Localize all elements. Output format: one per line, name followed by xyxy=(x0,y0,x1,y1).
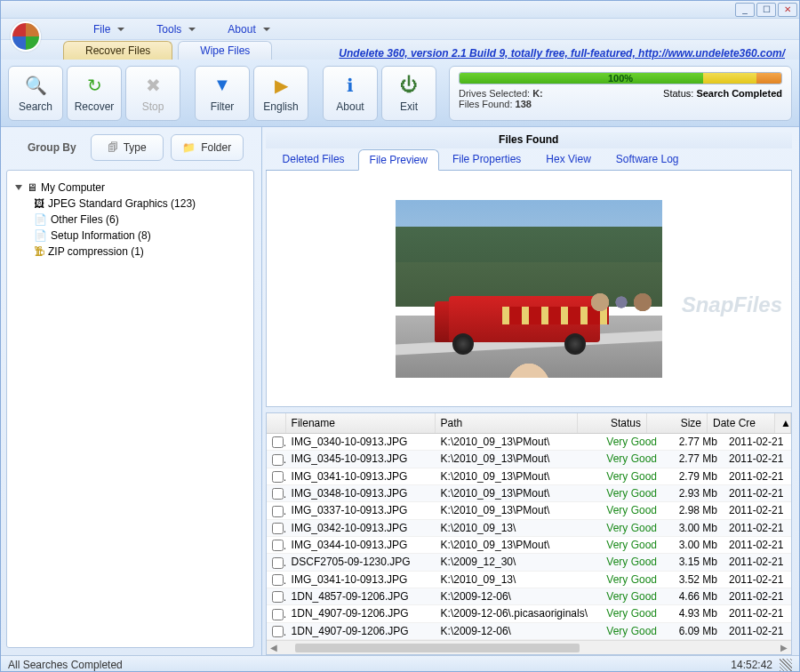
tree-item[interactable]: 🗜ZIP compression (1) xyxy=(34,244,244,260)
table-row[interactable]: IMG_0345-10-0913.JPGK:\2010_09_13\PMout\… xyxy=(267,451,791,468)
cell-size: 4.93 Mb xyxy=(663,605,724,621)
cell-filename: IMG_0348-10-0913.JPG xyxy=(286,485,436,501)
cell-status: Very Good xyxy=(594,451,663,467)
file-icon: 📄 xyxy=(34,213,47,226)
tree-root[interactable]: 🖥 My Computer xyxy=(16,180,244,196)
row-checkbox[interactable] xyxy=(272,454,284,466)
row-checkbox[interactable] xyxy=(272,591,284,603)
row-checkbox[interactable] xyxy=(272,626,284,637)
cell-date: 2011-02-21 xyxy=(724,451,791,467)
group-folder-button[interactable]: 📁 Folder xyxy=(171,134,244,161)
resize-grip[interactable] xyxy=(780,659,792,671)
menu-tools[interactable]: Tools xyxy=(148,20,197,38)
cell-path: K:\2009-12-06\ xyxy=(436,623,594,639)
cell-size: 3.00 Mb xyxy=(663,537,724,553)
table-row[interactable]: 1DN_4907-09-1206.JPGK:\2009-12-06\Very G… xyxy=(267,623,791,640)
minimize-button[interactable]: _ xyxy=(735,3,755,17)
preview-image xyxy=(396,200,662,378)
about-button[interactable]: ℹ About xyxy=(323,66,378,121)
row-checkbox[interactable] xyxy=(272,557,284,569)
status-text: Status: Search Completed xyxy=(663,88,782,109)
menu-file[interactable]: File xyxy=(84,20,126,38)
cell-path: K:\2010_09_13\PMout\ xyxy=(436,451,594,467)
cell-size: 2.79 Mb xyxy=(663,468,724,484)
col-date[interactable]: Date Cre xyxy=(708,413,775,433)
row-checkbox[interactable] xyxy=(272,574,284,586)
tab-wipe-files[interactable]: Wipe Files xyxy=(178,41,272,60)
row-checkbox[interactable] xyxy=(272,506,284,517)
content-tabs: Deleted Files File Preview File Properti… xyxy=(266,148,792,171)
group-by-label: Group By xyxy=(28,141,76,154)
row-checkbox[interactable] xyxy=(272,540,284,551)
cell-size: 3.15 Mb xyxy=(663,554,724,570)
cell-size: 2.77 Mb xyxy=(663,434,724,450)
stop-button: ✖ Stop xyxy=(125,66,180,121)
tree-item[interactable]: 🖼JPEG Standard Graphics (123) xyxy=(34,196,244,212)
computer-icon: 🖥 xyxy=(27,181,37,194)
cell-path: K:\2010_09_13\ xyxy=(436,520,594,536)
chevron-down-icon xyxy=(117,28,124,31)
row-checkbox[interactable] xyxy=(272,609,284,620)
row-checkbox[interactable] xyxy=(272,436,284,448)
col-path[interactable]: Path xyxy=(436,413,578,433)
cell-filename: IMG_0337-10-0913.JPG xyxy=(286,502,436,518)
search-icon: 🔍 xyxy=(24,74,47,97)
cell-filename: IMG_0340-10-0913.JPG xyxy=(286,434,436,450)
version-link[interactable]: Undelete 360, version 2.1 Build 9, total… xyxy=(339,47,785,60)
table-row[interactable]: IMG_0348-10-0913.JPGK:\2010_09_13\PMout\… xyxy=(267,485,791,502)
table-row[interactable]: DSCF2705-09-1230.JPGK:\2009_12_30\Very G… xyxy=(267,554,791,571)
tab-software-log[interactable]: Software Log xyxy=(604,148,691,170)
cell-filename: IMG_0341-10-0913.JPG xyxy=(286,468,436,484)
col-status[interactable]: Status xyxy=(578,413,647,433)
tab-file-properties[interactable]: File Properties xyxy=(441,148,532,170)
watermark: SnapFiles xyxy=(682,292,782,317)
col-filename[interactable]: Filename xyxy=(286,413,436,433)
search-button[interactable]: 🔍 Search xyxy=(8,66,63,121)
table-row[interactable]: IMG_0337-10-0913.JPGK:\2010_09_13\PMout\… xyxy=(267,502,791,519)
maximize-button[interactable]: ☐ xyxy=(756,3,776,17)
table-row[interactable]: 1DN_4857-09-1206.JPGK:\2009-12-06\Very G… xyxy=(267,588,791,605)
tab-hex-view[interactable]: Hex View xyxy=(534,148,602,170)
collapse-icon[interactable] xyxy=(15,185,22,190)
table-row[interactable]: 1DN_4907-09-1206.JPGK:\2009-12-06\.picas… xyxy=(267,605,791,622)
tree-item[interactable]: 📄Setup Information (8) xyxy=(34,228,244,244)
col-check[interactable] xyxy=(267,413,286,433)
cell-path: K:\2009-12-06\ xyxy=(436,588,594,604)
horizontal-scrollbar[interactable]: ◀▶ xyxy=(267,640,791,654)
grid-body[interactable]: IMG_0340-10-0913.JPGK:\2010_09_13\PMout\… xyxy=(267,434,791,640)
app-logo xyxy=(11,21,41,52)
cell-status: Very Good xyxy=(594,468,663,484)
close-button[interactable]: ✕ xyxy=(778,3,797,17)
tab-file-preview[interactable]: File Preview xyxy=(358,149,439,171)
group-type-button[interactable]: 🗐 Type xyxy=(91,134,164,161)
cell-size: 3.52 Mb xyxy=(663,572,724,588)
recover-button[interactable]: ↻ Recover xyxy=(67,66,122,121)
cell-filename: DSCF2705-09-1230.JPG xyxy=(286,554,436,570)
table-row[interactable]: IMG_0341-10-0913.JPGK:\2010_09_13\PMout\… xyxy=(267,468,791,485)
cell-path: K:\2010_09_13\PMout\ xyxy=(436,468,594,484)
tab-deleted-files[interactable]: Deleted Files xyxy=(271,148,356,170)
cell-date: 2011-02-21 xyxy=(724,468,791,484)
zip-icon: 🗜 xyxy=(34,245,44,258)
cell-date: 2011-02-21 xyxy=(724,572,791,588)
grid-header: Filename Path Status Size Date Cre ▲ xyxy=(267,413,791,434)
cell-filename: IMG_0341-10-0913.JPG xyxy=(286,572,436,588)
col-size[interactable]: Size xyxy=(647,413,708,433)
cell-date: 2011-02-21 xyxy=(724,502,791,518)
scroll-head: ▲ xyxy=(775,413,791,433)
table-row[interactable]: IMG_0340-10-0913.JPGK:\2010_09_13\PMout\… xyxy=(267,434,791,451)
setup-icon: 📄 xyxy=(34,229,47,242)
table-row[interactable]: IMG_0341-10-0913.JPGK:\2010_09_13\Very G… xyxy=(267,572,791,588)
filter-button[interactable]: ▼ Filter xyxy=(195,66,250,121)
exit-button[interactable]: ⏻ Exit xyxy=(381,66,436,121)
table-row[interactable]: IMG_0344-10-0913.JPGK:\2010_09_13\PMout\… xyxy=(267,537,791,554)
table-row[interactable]: IMG_0342-10-0913.JPGK:\2010_09_13\Very G… xyxy=(267,520,791,537)
row-checkbox[interactable] xyxy=(272,471,284,483)
menu-about[interactable]: About xyxy=(219,20,271,38)
row-checkbox[interactable] xyxy=(272,523,284,534)
language-button[interactable]: ▶ English xyxy=(253,66,308,121)
row-checkbox[interactable] xyxy=(272,488,284,500)
file-tree[interactable]: 🖥 My Computer 🖼JPEG Standard Graphics (1… xyxy=(6,170,254,648)
tab-recover-files[interactable]: Recover Files xyxy=(63,41,172,60)
tree-item[interactable]: 📄Other Files (6) xyxy=(34,212,244,228)
